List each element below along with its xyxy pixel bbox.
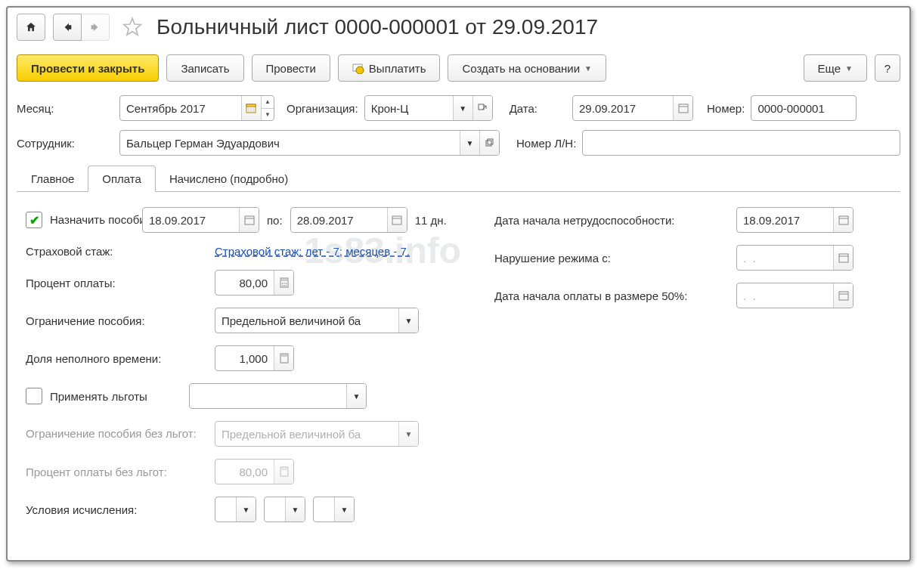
to-label: по:	[267, 214, 283, 227]
svg-rect-32	[839, 292, 848, 300]
pay50-label: Дата начала оплаты в размере 50%:	[494, 289, 729, 302]
tab-bar: Главное Оплата Начислено (подробно)	[17, 165, 900, 192]
date-label: Дата:	[510, 102, 537, 115]
calendar-icon[interactable]	[833, 246, 853, 270]
post-button[interactable]: Провести	[252, 54, 330, 82]
cond1-input[interactable]: ▼	[215, 497, 256, 522]
svg-rect-10	[486, 141, 491, 146]
more-button[interactable]: Еще ▼	[804, 54, 867, 82]
svg-rect-3	[246, 104, 256, 107]
cond2-input[interactable]: ▼	[264, 497, 305, 522]
month-spinner[interactable]: ▲▼	[261, 96, 274, 120]
spin-up-icon: ▲	[262, 96, 274, 109]
ln-input[interactable]	[582, 130, 900, 156]
calendar-icon[interactable]	[387, 208, 407, 232]
page-title: Больничный лист 0000-000001 от 29.09.201…	[156, 15, 598, 39]
assign-benefit-checkbox[interactable]: ✔	[26, 212, 42, 228]
tab-main[interactable]: Главное	[17, 166, 88, 192]
dropdown-icon[interactable]: ▼	[346, 384, 366, 408]
parttime-input[interactable]	[215, 345, 294, 371]
dropdown-icon[interactable]: ▼	[453, 96, 472, 120]
benefit-limit-input[interactable]: ▼	[215, 308, 419, 333]
apply-benefits-label: Применять льготы	[50, 390, 181, 403]
cond3-input[interactable]: ▼	[313, 497, 355, 522]
svg-rect-8	[679, 104, 688, 113]
forward-button	[82, 14, 110, 41]
open-icon[interactable]	[479, 131, 499, 155]
pay-button[interactable]: Выплатить	[338, 54, 441, 82]
apply-benefits-checkbox[interactable]	[26, 388, 42, 404]
svg-rect-28	[839, 216, 848, 224]
from-date-input[interactable]	[142, 207, 259, 233]
org-label: Организация:	[287, 102, 358, 115]
disability-start-label: Дата начала нетрудоспособности:	[494, 214, 729, 227]
number-input[interactable]	[751, 95, 857, 121]
svg-point-20	[285, 283, 287, 284]
svg-rect-30	[839, 254, 848, 262]
svg-rect-25	[281, 354, 287, 357]
violation-label: Нарушение режима с:	[494, 252, 729, 265]
arrow-right-icon	[89, 21, 101, 33]
percent-no-ben-input	[215, 459, 294, 484]
dropdown-icon[interactable]: ▼	[398, 308, 418, 333]
tab-accrued[interactable]: Начислено (подробно)	[155, 166, 302, 192]
ln-label: Номер Л/Н:	[516, 137, 576, 150]
post-and-close-button[interactable]: Провести и закрыть	[17, 54, 159, 82]
save-button[interactable]: Записать	[166, 54, 243, 82]
percent-label: Процент оплаты:	[26, 277, 207, 289]
parttime-label: Доля неполного времени:	[26, 352, 207, 365]
dropdown-caret-icon: ▼	[584, 64, 592, 73]
violation-input[interactable]	[736, 245, 853, 271]
help-button[interactable]: ?	[875, 54, 900, 82]
check-icon: ✔	[29, 213, 39, 227]
insurance-label: Страховой стаж:	[26, 245, 207, 258]
dropdown-icon[interactable]: ▼	[236, 497, 256, 521]
calendar-icon[interactable]	[239, 208, 259, 232]
dropdown-icon[interactable]: ▼	[460, 131, 479, 155]
favorite-star-icon[interactable]	[122, 17, 143, 38]
number-label: Номер:	[707, 102, 745, 115]
back-button[interactable]	[53, 14, 82, 41]
home-icon	[25, 21, 37, 33]
employee-label: Сотрудник:	[17, 137, 113, 150]
svg-point-23	[285, 285, 287, 286]
limit-no-ben-label: Ограничение пособия без льгот:	[26, 426, 207, 441]
disability-start-input[interactable]	[736, 207, 853, 233]
benefits-input[interactable]: ▼	[189, 383, 367, 409]
spin-down-icon: ▼	[262, 109, 274, 121]
employee-input[interactable]: ▼	[119, 130, 500, 156]
dropdown-caret-icon: ▼	[845, 64, 853, 73]
home-button[interactable]	[17, 14, 45, 41]
month-input[interactable]: ▲▼	[119, 95, 274, 121]
dropdown-icon[interactable]: ▼	[334, 497, 354, 521]
svg-rect-27	[281, 468, 287, 470]
svg-point-18	[281, 283, 283, 284]
benefit-limit-label: Ограничение пособия:	[26, 314, 207, 327]
svg-rect-17	[281, 279, 287, 281]
calculator-icon[interactable]	[274, 346, 293, 370]
money-icon	[352, 62, 364, 74]
tab-payment[interactable]: Оплата	[88, 166, 156, 192]
svg-point-1	[356, 67, 364, 74]
to-date-input[interactable]	[290, 207, 407, 233]
month-label: Месяц:	[17, 102, 113, 115]
calendar-icon[interactable]	[833, 283, 853, 308]
open-icon[interactable]	[472, 96, 492, 120]
insurance-link[interactable]: Страховой стаж: лет - 7; месяцев - 7.	[215, 245, 410, 258]
limit-no-ben-input: ▼	[215, 421, 419, 447]
days-count: 11 дн.	[415, 214, 447, 227]
calculator-icon	[274, 460, 293, 484]
arrow-left-icon	[61, 21, 73, 33]
calendar-icon[interactable]	[673, 96, 692, 120]
date-input[interactable]	[572, 95, 693, 121]
org-input[interactable]: ▼	[364, 95, 493, 121]
calendar-icon[interactable]	[241, 96, 261, 120]
calendar-icon[interactable]	[833, 208, 853, 232]
svg-rect-12	[245, 216, 254, 224]
dropdown-icon[interactable]: ▼	[285, 497, 305, 521]
create-based-button[interactable]: Создать на основании ▼	[448, 54, 606, 82]
pay50-input[interactable]	[736, 283, 853, 308]
calculator-icon[interactable]	[274, 271, 293, 295]
calc-cond-label: Условия исчисления:	[26, 503, 207, 516]
percent-input[interactable]	[215, 270, 294, 296]
